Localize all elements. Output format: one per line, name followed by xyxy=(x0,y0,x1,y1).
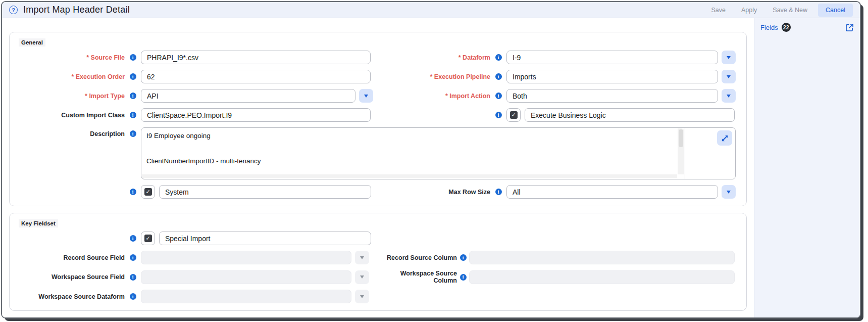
chevron-down-icon xyxy=(360,275,364,279)
execution-pipeline-label: * Execution Pipeline xyxy=(381,73,490,80)
fields-link[interactable]: Fields xyxy=(760,24,778,31)
expand-description-button[interactable] xyxy=(717,130,732,146)
horizontal-scrollbar[interactable] xyxy=(142,174,677,178)
description-container: I9 Employee ongoing ClientNumberImportID… xyxy=(141,127,736,179)
info-icon[interactable]: i xyxy=(130,293,136,300)
chevron-down-icon xyxy=(727,56,731,59)
execution-pipeline-dropdown-button[interactable] xyxy=(722,70,736,83)
form-area: General * Source File i * Dataform i xyxy=(2,18,754,317)
action-buttons: Save Apply Save & New Cancel xyxy=(696,4,853,17)
special-import-field: Special Import xyxy=(159,232,371,245)
execution-pipeline-input[interactable] xyxy=(506,70,718,83)
execute-business-logic-checkbox[interactable] xyxy=(506,108,521,122)
info-icon[interactable]: i xyxy=(460,274,467,281)
info-icon[interactable]: i xyxy=(495,54,502,61)
key-fieldset-panel: Key Fieldset i Special Import Record Sou… xyxy=(9,213,747,311)
description-text: I9 Employee ongoing ClientNumberImportID… xyxy=(141,128,678,174)
info-icon[interactable]: i xyxy=(130,112,136,118)
cancel-button[interactable]: Cancel xyxy=(818,4,853,17)
system-checkbox[interactable] xyxy=(141,185,155,199)
info-icon[interactable]: i xyxy=(130,130,136,137)
checkmark-icon xyxy=(144,235,152,242)
execute-business-logic-field: Execute Business Logic xyxy=(525,108,735,122)
system-field: System xyxy=(159,185,371,199)
workspace-source-field-dropdown-button xyxy=(355,270,369,284)
expand-icon xyxy=(721,134,729,142)
max-row-size-label: Max Row Size xyxy=(381,189,490,196)
info-icon[interactable]: i xyxy=(130,93,136,99)
workspace-source-field-input xyxy=(141,270,351,284)
import-type-dropdown-button[interactable] xyxy=(359,89,373,103)
info-icon[interactable]: i xyxy=(130,73,136,80)
special-import-checkbox[interactable] xyxy=(141,232,155,245)
import-type-label: * Import Type xyxy=(19,93,125,100)
info-icon[interactable]: i xyxy=(130,189,136,195)
info-icon[interactable]: i xyxy=(130,54,136,61)
general-panel: General * Source File i * Dataform i xyxy=(9,32,747,206)
info-icon[interactable]: i xyxy=(495,112,502,118)
description-label: Description xyxy=(19,130,125,137)
execution-order-input[interactable] xyxy=(141,70,371,83)
record-source-column-label: Record Source Column xyxy=(381,254,457,261)
vertical-scrollbar[interactable] xyxy=(678,128,684,174)
import-type-input[interactable] xyxy=(141,89,355,103)
checkmark-icon xyxy=(510,111,518,119)
workspace-source-column-input xyxy=(469,270,735,284)
record-source-column-input xyxy=(469,251,735,264)
right-sidebar: Fields 22 xyxy=(754,18,860,317)
save-button[interactable]: Save xyxy=(711,7,726,14)
key-fieldset-section-title: Key Fieldset xyxy=(19,219,58,227)
import-action-label: * Import Action xyxy=(381,93,490,100)
chevron-down-icon xyxy=(360,295,364,298)
import-action-input[interactable] xyxy=(506,89,718,103)
description-textarea[interactable]: I9 Employee ongoing ClientNumberImportID… xyxy=(141,128,685,179)
page-title: Import Map Header Detail xyxy=(23,5,130,15)
record-source-field-label: Record Source Field xyxy=(19,254,125,261)
info-icon[interactable]: i xyxy=(495,73,502,80)
scrollbar-thumb[interactable] xyxy=(679,129,683,147)
fields-count-badge: 22 xyxy=(782,23,791,32)
checkmark-icon xyxy=(144,188,152,196)
info-icon[interactable]: i xyxy=(495,93,502,99)
import-action-dropdown-button[interactable] xyxy=(722,89,736,103)
max-row-size-input[interactable] xyxy=(506,185,718,199)
workspace-source-column-label: Workspace Source Column xyxy=(381,270,457,284)
chevron-down-icon xyxy=(727,75,731,78)
app-window: ? Import Map Header Detail Save Apply Sa… xyxy=(1,1,861,318)
info-icon[interactable]: i xyxy=(495,189,502,195)
apply-button[interactable]: Apply xyxy=(741,7,757,14)
external-link-icon[interactable] xyxy=(845,23,854,32)
chevron-down-icon xyxy=(364,95,368,98)
record-source-field-dropdown-button xyxy=(355,251,369,264)
save-and-new-button[interactable]: Save & New xyxy=(773,7,807,14)
info-icon[interactable]: i xyxy=(460,254,467,261)
chevron-down-icon xyxy=(727,191,731,194)
info-icon[interactable]: i xyxy=(130,254,136,261)
workspace-source-dataform-dropdown-button xyxy=(355,290,369,303)
workspace-source-field-label: Workspace Source Field xyxy=(19,273,125,281)
source-file-label: * Source File xyxy=(19,54,125,61)
custom-import-class-label: Custom Import Class xyxy=(19,112,125,119)
chevron-down-icon xyxy=(727,95,731,98)
help-icon[interactable]: ? xyxy=(9,6,18,14)
source-file-input[interactable] xyxy=(141,51,371,64)
dataform-dropdown-button[interactable] xyxy=(722,51,736,64)
execution-order-label: * Execution Order xyxy=(19,73,125,80)
general-section-title: General xyxy=(19,38,45,47)
custom-import-class-input[interactable] xyxy=(141,108,371,122)
workspace-source-dataform-label: Workspace Source Dataform xyxy=(19,293,125,300)
record-source-field-input xyxy=(141,251,351,264)
info-icon[interactable]: i xyxy=(130,235,136,242)
dataform-input[interactable] xyxy=(506,51,718,64)
chevron-down-icon xyxy=(360,256,364,259)
workspace-source-dataform-input xyxy=(141,290,351,303)
max-row-size-dropdown-button[interactable] xyxy=(722,185,736,199)
title-bar: ? Import Map Header Detail Save Apply Sa… xyxy=(2,2,860,18)
info-icon[interactable]: i xyxy=(130,274,136,281)
dataform-label: * Dataform xyxy=(381,54,490,61)
